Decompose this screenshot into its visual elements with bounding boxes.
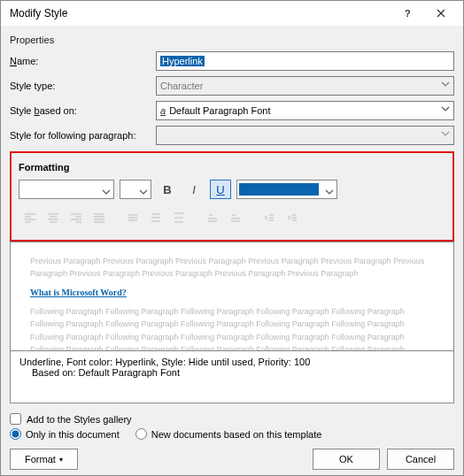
following-para-select[interactable]	[156, 126, 454, 145]
spacing-2-button[interactable]	[167, 208, 190, 227]
bold-button[interactable]: B	[157, 180, 178, 199]
align-left-icon	[24, 211, 36, 224]
space-before-inc-button[interactable]	[201, 208, 224, 227]
new-docs-label: New documents based on this template	[151, 429, 322, 440]
based-on-label: Style based on:	[10, 105, 156, 116]
only-this-doc-radio[interactable]	[10, 428, 21, 440]
name-input[interactable]: Hyperlink	[156, 51, 454, 71]
following-para-label: Style for following paragraph:	[10, 130, 156, 141]
add-to-gallery-label: Add to the Styles gallery	[27, 414, 132, 425]
line-spacing-15-icon	[150, 211, 162, 224]
help-button[interactable]: ?	[391, 1, 424, 26]
svg-text:?: ?	[405, 9, 411, 18]
line-spacing-1-icon	[127, 211, 139, 224]
spacing-15-button[interactable]	[144, 208, 167, 227]
close-icon	[437, 9, 445, 18]
align-center-button[interactable]	[42, 208, 65, 227]
formatting-label: Formatting	[19, 162, 445, 173]
underline-button[interactable]: U	[210, 180, 231, 199]
style-preview: Previous Paragraph Previous Paragraph Pr…	[10, 242, 454, 351]
properties-label: Properties	[10, 35, 454, 45]
indent-increase-icon	[286, 211, 298, 224]
dialog-title: Modify Style	[10, 7, 391, 19]
italic-button[interactable]: I	[183, 180, 205, 199]
formatting-toolbar: B I U	[19, 180, 445, 199]
ok-button[interactable]: OK	[313, 449, 380, 470]
spacing-1-button[interactable]	[121, 208, 144, 227]
chevron-down-icon	[441, 80, 450, 90]
based-on-select[interactable]: a Default Paragraph Font	[156, 101, 454, 120]
chevron-down-icon	[441, 129, 450, 140]
cancel-button[interactable]: Cancel	[387, 449, 454, 470]
chevron-down-icon	[441, 104, 450, 115]
space-before-inc-icon	[206, 211, 219, 224]
dropdown-triangle-icon: ▾	[59, 456, 63, 464]
indent-decrease-icon	[263, 211, 275, 224]
style-type-select[interactable]: Character	[156, 76, 454, 96]
style-type-label: Style type:	[10, 81, 156, 91]
add-to-gallery-checkbox[interactable]	[10, 413, 21, 425]
font-size-select[interactable]	[120, 180, 151, 199]
line-spacing-2-icon	[173, 211, 185, 224]
titlebar: Modify Style ?	[1, 1, 463, 26]
space-before-dec-icon	[229, 211, 242, 224]
help-icon: ?	[403, 9, 412, 18]
indent-dec-button[interactable]	[258, 208, 281, 227]
font-family-select[interactable]	[19, 180, 114, 199]
align-justify-icon	[93, 211, 105, 224]
chevron-down-icon	[325, 184, 334, 200]
color-swatch	[239, 183, 319, 196]
preview-sample-link: What is Microsoft Word?	[30, 286, 434, 300]
align-left-button[interactable]	[19, 208, 42, 227]
only-this-doc-label: Only in this document	[26, 429, 120, 440]
paragraph-toolbar	[19, 208, 445, 227]
chevron-down-icon	[102, 184, 111, 200]
align-center-icon	[47, 211, 59, 224]
name-label: Name:	[10, 56, 156, 66]
close-button[interactable]	[424, 1, 458, 26]
space-before-dec-button[interactable]	[224, 208, 247, 227]
format-menu-button[interactable]: Format▾	[10, 449, 78, 470]
description-line2: Based on: Default Paragraph Font	[19, 367, 445, 378]
preview-following-text: Following Paragraph Following Paragraph …	[30, 305, 434, 351]
description-line1: Underline, Font color: Hyperlink, Style:…	[19, 357, 445, 367]
modify-style-dialog: Modify Style ? Properties Name: Hyperlin…	[0, 0, 464, 476]
align-right-button[interactable]	[65, 208, 88, 227]
new-docs-radio[interactable]	[135, 428, 147, 440]
formatting-highlight-box: Formatting B I U	[10, 151, 454, 242]
align-justify-button[interactable]	[88, 208, 111, 227]
font-color-select[interactable]	[236, 180, 337, 199]
indent-inc-button[interactable]	[281, 208, 304, 227]
preview-previous-text: Previous Paragraph Previous Paragraph Pr…	[30, 255, 434, 280]
style-description: Underline, Font color: Hyperlink, Style:…	[10, 350, 454, 403]
align-right-icon	[70, 211, 82, 224]
style-glyph-icon: a	[160, 105, 166, 116]
chevron-down-icon	[139, 184, 148, 200]
